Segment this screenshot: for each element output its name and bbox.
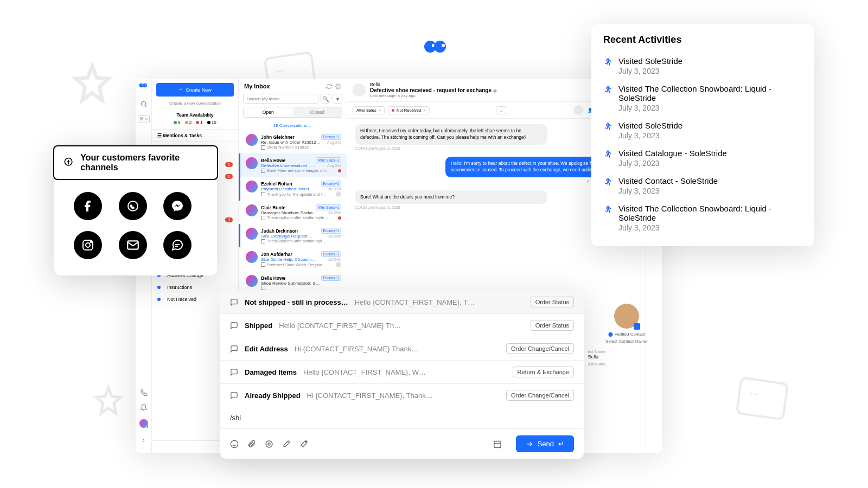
search-icon[interactable]: 🔍 — [321, 94, 330, 104]
message-icon — [230, 368, 238, 376]
settings-icon[interactable] — [335, 84, 341, 89]
schedule-icon[interactable] — [493, 440, 502, 448]
attachment-icon[interactable] — [247, 440, 256, 448]
activity-date: July 3, 2023 — [618, 131, 682, 140]
template-item[interactable]: Already Shipped Hi {CONTACT_FIRST_NAME},… — [220, 384, 584, 407]
convo-subject: Shoe Review Submission: S… — [261, 281, 320, 286]
conversation-item[interactable]: Bella HoweAfter Sales+1 Defective shoe r… — [239, 153, 347, 177]
send-button[interactable]: Send ↵ — [516, 435, 574, 452]
avatar[interactable] — [573, 105, 583, 115]
avatar — [336, 262, 341, 267]
svg-point-3 — [145, 85, 146, 86]
recent-activities-popup: Recent Activities Visited SoleStrideJuly… — [591, 24, 814, 246]
template-item[interactable]: Not shipped - still in process… Hello {C… — [220, 291, 584, 314]
convo-subject: Size Guide Help: Choosin… — [261, 257, 315, 262]
message-icon — [230, 322, 238, 330]
sms-icon[interactable] — [163, 231, 192, 259]
template-item[interactable]: Edit Address Hi {CONTACT_FIRST_NAME} Tha… — [220, 337, 584, 361]
activity-text: Visited Contact - SoleStride — [618, 176, 718, 185]
message-bubble: Sure! What are the details you need from… — [355, 190, 547, 204]
add-tag-dropdown[interactable]: ⌄ — [496, 106, 507, 114]
convo-date: Jul 31st — [328, 187, 341, 191]
template-title: Not shipped - still in process… — [245, 298, 348, 306]
instagram-icon[interactable] — [74, 231, 102, 259]
bell-icon[interactable] — [140, 404, 148, 412]
composer-input[interactable]: /shi — [220, 407, 584, 428]
email-icon[interactable] — [119, 231, 147, 259]
message-time: 1:14:01 pm August 2, 2023 — [355, 146, 547, 150]
filter-icon[interactable]: ▾ — [333, 94, 342, 104]
convo-preview: These options offer similar styl… — [261, 239, 341, 243]
field-value: Bella — [586, 354, 667, 359]
convo-date: Jul 25th — [328, 211, 341, 215]
chat-from: Bella — [370, 82, 618, 87]
calendar-icon — [261, 145, 265, 150]
svg-point-2 — [142, 85, 143, 86]
brand-logo — [422, 41, 446, 53]
avatar-icon[interactable] — [139, 419, 148, 428]
conversation-item[interactable]: Jon AufderharEnquiry+1 Size Guide Help: … — [239, 247, 347, 271]
template-item[interactable]: Damaged Items Hello {CONTACT_FIRST_NAME}… — [220, 361, 584, 384]
chat-tag[interactable]: Not Received× — [388, 106, 429, 114]
conversation-item[interactable]: Judah DickinsonEnquiry+1 Size Exchange R… — [239, 224, 347, 247]
template-item[interactable]: Shipped Hello {CONTACT_FIRST_NAME} Th… O… — [220, 314, 584, 337]
message: Sure! What are the details you need from… — [355, 190, 547, 210]
message-icon — [230, 391, 238, 400]
svg-point-21 — [231, 440, 238, 447]
svg-point-13 — [91, 242, 92, 243]
magic-icon[interactable] — [299, 440, 308, 448]
calendar-icon — [261, 239, 265, 243]
walk-icon — [603, 122, 612, 131]
template-category: Order Change/Cancel — [506, 390, 574, 401]
convo-tag: After Sales+1 — [316, 204, 341, 210]
walk-icon — [603, 85, 612, 94]
messenger-icon[interactable] — [163, 192, 192, 220]
activity-date: July 3, 2023 — [618, 187, 718, 195]
template-title: Already Shipped — [245, 391, 301, 400]
whatsapp-icon[interactable] — [119, 192, 147, 220]
activity-date: July 3, 2023 — [618, 159, 727, 168]
convo-preview: Thank you for the update and f… — [261, 191, 341, 197]
chat-last-msg: Last message: a day ago — [370, 93, 618, 98]
templates-popup: Not shipped - still in process… Hello {C… — [220, 291, 584, 459]
conversation-item[interactable]: Ezekiel RohanEnquiry+1 Payment Declined:… — [239, 177, 347, 201]
keyboard-shortcut-icon[interactable]: ⌘ R — [138, 115, 150, 123]
chat-tag[interactable]: After Sales× — [353, 106, 385, 114]
walk-icon — [603, 57, 612, 66]
conversation-count[interactable]: 19 Conversations ⌄ — [239, 121, 347, 130]
conversation-item[interactable]: Clair RunteAfter Sales+1 Damaged Shoebox… — [239, 201, 347, 224]
phone-icon[interactable] — [140, 389, 148, 396]
template-category: Return & Exchange — [513, 367, 574, 377]
svg-point-4 — [141, 101, 145, 106]
avatar — [614, 304, 639, 329]
refresh-icon[interactable] — [326, 84, 332, 89]
chevron-right-icon[interactable]: › — [142, 435, 145, 444]
template-preview: Hello {CONTACT_FIRST_NAME}, W… — [303, 368, 506, 376]
tab-open[interactable]: Open — [244, 107, 293, 117]
bookmark-icon: ◈ — [493, 88, 497, 93]
inbox-search-input[interactable] — [243, 94, 318, 104]
edit-icon[interactable] — [282, 440, 291, 448]
walk-icon — [603, 177, 612, 186]
inbox-title: My Inbox — [244, 83, 270, 89]
ai-icon[interactable] — [265, 440, 273, 448]
emoji-icon[interactable] — [230, 440, 239, 448]
create-new-button[interactable]: ＋Create New — [156, 83, 234, 97]
tab-closed[interactable]: Closed — [293, 107, 342, 117]
decor-star — [71, 62, 114, 106]
facebook-icon[interactable] — [74, 192, 102, 220]
contact-owner[interactable]: Select Contact Owner — [586, 339, 667, 344]
activity-text: Visited SoleStride — [618, 121, 682, 130]
broadcast-icon — [63, 157, 74, 169]
team-availability-label: Team Availability — [152, 112, 238, 118]
conversation-item[interactable]: John GleichnerEnquiry+1 Re: Issue with O… — [239, 130, 347, 153]
convo-tag: Enquiry+1 — [321, 181, 341, 187]
create-hint: Create a new conversation — [152, 101, 238, 106]
avatar — [246, 228, 258, 240]
convo-name: Ezekiel Rohan — [261, 181, 292, 187]
avatar — [246, 157, 258, 169]
mentions-tasks-header[interactable]: ☰ Mentions & Tasks — [152, 130, 238, 142]
search-icon[interactable] — [140, 100, 148, 108]
activity-item: Visited The Collection Snowboard: Liquid… — [603, 80, 802, 117]
template-title: Shipped — [245, 322, 272, 330]
